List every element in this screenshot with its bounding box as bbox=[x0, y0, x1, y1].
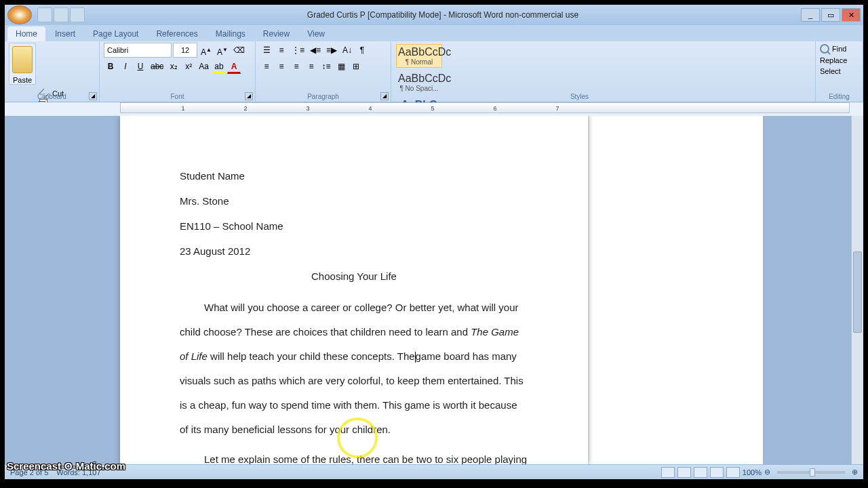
clear-formatting-button[interactable]: ⌫ bbox=[231, 43, 247, 58]
undo-button[interactable] bbox=[54, 7, 68, 22]
document-area[interactable]: Student Name Mrs. Stone EN110 – School N… bbox=[5, 116, 863, 464]
view-print-layout[interactable] bbox=[661, 467, 675, 478]
bold-button[interactable]: B bbox=[104, 59, 117, 74]
redo-button[interactable] bbox=[70, 7, 85, 22]
font-label: Font bbox=[100, 93, 255, 100]
decrease-indent-button[interactable]: ◀≡ bbox=[308, 43, 323, 58]
change-case-button[interactable]: Aa bbox=[197, 59, 211, 74]
quick-access-toolbar bbox=[37, 7, 85, 22]
editing-label: Editing bbox=[816, 93, 863, 100]
tab-home[interactable]: Home bbox=[7, 26, 45, 41]
style-no-spacing[interactable]: AaBbCcDc¶ No Spaci... bbox=[396, 70, 442, 94]
view-draft[interactable] bbox=[726, 467, 740, 478]
select-button[interactable]: Select bbox=[820, 66, 859, 77]
statusbar: Page 2 of 5 Words: 1,107 100% ⊖ ⊕ bbox=[5, 464, 863, 479]
highlight-button[interactable]: ab bbox=[212, 59, 226, 74]
paste-icon bbox=[12, 46, 33, 73]
clipboard-dialog-launcher[interactable]: ◢ bbox=[89, 92, 97, 100]
borders-button[interactable]: ⊞ bbox=[349, 59, 363, 74]
tab-view[interactable]: View bbox=[299, 26, 333, 41]
zoom-in-button[interactable]: ⊕ bbox=[852, 468, 858, 476]
view-web-layout[interactable] bbox=[694, 467, 707, 478]
bullets-button[interactable]: ☰ bbox=[260, 43, 273, 58]
doc-paragraph-2: Let me explain some of the rules, there … bbox=[180, 447, 528, 464]
view-outline[interactable] bbox=[710, 467, 724, 478]
ribbon: Paste Cut Copy Format Painter Clipboard … bbox=[5, 41, 863, 102]
shading-button[interactable]: ▦ bbox=[334, 59, 348, 74]
tab-review[interactable]: Review bbox=[255, 26, 298, 41]
superscript-button[interactable]: x² bbox=[182, 59, 195, 74]
zoom-level[interactable]: 100% bbox=[743, 468, 762, 476]
tab-mailings[interactable]: Mailings bbox=[208, 26, 254, 41]
clipboard-label: Clipboard bbox=[5, 93, 99, 100]
save-button[interactable] bbox=[37, 7, 52, 22]
align-center-button[interactable]: ≡ bbox=[275, 59, 288, 74]
font-color-button[interactable]: A bbox=[227, 59, 241, 74]
increase-indent-button[interactable]: ≡▶ bbox=[324, 43, 339, 58]
style-normal[interactable]: AaBbCcDc¶ Normal bbox=[396, 44, 442, 68]
window-title: Graded Curtis P [Compatibility Mode] - M… bbox=[85, 10, 801, 20]
justify-button[interactable]: ≡ bbox=[304, 59, 318, 74]
scrollbar-vertical[interactable] bbox=[851, 116, 863, 464]
zoom-out-button[interactable]: ⊖ bbox=[764, 468, 770, 476]
underline-button[interactable]: U bbox=[134, 59, 147, 74]
view-full-screen[interactable] bbox=[677, 467, 691, 478]
sort-button[interactable]: A↓ bbox=[340, 43, 354, 58]
numbering-button[interactable]: ≡ bbox=[275, 43, 288, 58]
find-icon bbox=[820, 44, 829, 54]
tab-insert[interactable]: Insert bbox=[47, 26, 83, 41]
align-right-button[interactable]: ≡ bbox=[290, 59, 303, 74]
maximize-button[interactable]: ▭ bbox=[821, 8, 840, 22]
titlebar: Graded Curtis P [Compatibility Mode] - M… bbox=[5, 5, 863, 25]
doc-teacher: Mrs. Stone bbox=[180, 195, 528, 207]
doc-course: EN110 – School Name bbox=[180, 220, 528, 232]
font-size-select[interactable] bbox=[173, 43, 197, 58]
paragraph-group: ☰ ≡ ⋮≡ ◀≡ ≡▶ A↓ ¶ ≡ ≡ ≡ ≡ ↕≡ ▦ ⊞ Paragra… bbox=[256, 41, 391, 102]
styles-group: AaBbCcDc¶ Normal AaBbCcDc¶ No Spaci... A… bbox=[391, 41, 816, 102]
paste-button[interactable]: Paste bbox=[9, 43, 36, 85]
scroll-thumb[interactable] bbox=[853, 251, 862, 333]
multilevel-list-button[interactable]: ⋮≡ bbox=[290, 43, 307, 58]
styles-label: Styles bbox=[391, 93, 768, 100]
ruler[interactable]: 1 2 3 4 5 6 7 bbox=[5, 102, 863, 116]
doc-student: Student Name bbox=[180, 170, 528, 182]
align-left-button[interactable]: ≡ bbox=[260, 59, 273, 74]
watermark: Screencast-O-Matic.com bbox=[7, 460, 125, 472]
zoom-thumb[interactable] bbox=[810, 468, 815, 476]
strikethrough-button[interactable]: abc bbox=[149, 59, 165, 74]
replace-button[interactable]: Replace bbox=[820, 55, 859, 66]
office-button[interactable] bbox=[7, 5, 32, 24]
font-group: A▲ A▼ ⌫ B I U abc x₂ x² Aa ab A Font ◢ bbox=[100, 41, 256, 102]
zoom-slider[interactable] bbox=[777, 471, 845, 474]
font-dialog-launcher[interactable]: ◢ bbox=[245, 92, 253, 100]
font-family-select[interactable] bbox=[104, 43, 172, 58]
doc-date: 23 August 2012 bbox=[180, 245, 528, 257]
paragraph-label: Paragraph bbox=[256, 93, 391, 100]
tab-references[interactable]: References bbox=[148, 26, 205, 41]
clipboard-group: Paste Cut Copy Format Painter Clipboard … bbox=[5, 41, 100, 102]
italic-button[interactable]: I bbox=[119, 59, 132, 74]
doc-title: Choosing Your Life bbox=[180, 270, 528, 282]
minimize-button[interactable]: _ bbox=[801, 8, 820, 22]
subscript-button[interactable]: x₂ bbox=[167, 59, 180, 74]
editing-group: Find Replace Select Editing bbox=[816, 41, 863, 102]
page-right-margin bbox=[588, 116, 763, 464]
find-button[interactable]: Find bbox=[820, 43, 859, 55]
page[interactable]: Student Name Mrs. Stone EN110 – School N… bbox=[120, 116, 588, 464]
doc-paragraph-1: What will you choose a career or college… bbox=[180, 296, 528, 442]
grow-font-button[interactable]: A▲ bbox=[199, 43, 214, 58]
ribbon-tabs: Home Insert Page Layout References Maili… bbox=[5, 25, 863, 41]
close-button[interactable]: ✕ bbox=[842, 8, 861, 22]
show-marks-button[interactable]: ¶ bbox=[355, 43, 369, 58]
paragraph-dialog-launcher[interactable]: ◢ bbox=[380, 92, 389, 100]
shrink-font-button[interactable]: A▼ bbox=[215, 43, 230, 58]
line-spacing-button[interactable]: ↕≡ bbox=[319, 59, 333, 74]
tab-page-layout[interactable]: Page Layout bbox=[85, 26, 146, 41]
